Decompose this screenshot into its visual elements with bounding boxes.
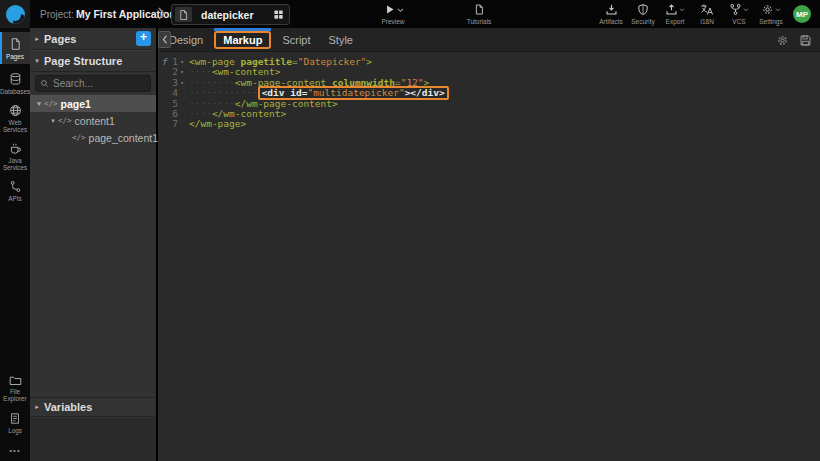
page-file-icon (175, 7, 192, 22)
fold-caret-icon[interactable]: ▾ (178, 67, 186, 77)
fold-caret-icon[interactable]: ▾ (178, 57, 186, 67)
databases-label: Databases (0, 88, 30, 95)
caret-down-icon: ▾ (30, 57, 44, 65)
editor-tab-bar: Design Markup Script Style (160, 28, 820, 52)
search-input[interactable] (53, 78, 146, 89)
preview-button[interactable]: Preview (372, 3, 414, 25)
caret-down-icon[interactable]: ▾ (48, 117, 58, 125)
sidebar-item-web-services[interactable]: Web Services (0, 100, 30, 136)
widget-code-icon: </> (58, 116, 72, 125)
i18n-button[interactable]: I18N (694, 3, 720, 25)
variables-section-header[interactable]: ▸ Variables (30, 397, 156, 417)
pages-section-header[interactable]: ▸ Pages + (30, 28, 156, 50)
tutorials-button[interactable]: Tutorials (458, 3, 500, 25)
file-explorer-label: File Explorer (0, 388, 30, 402)
page-structure-title: Page Structure (44, 55, 156, 67)
wavemaker-logo-icon (6, 5, 25, 24)
sidebar-item-file-explorer[interactable]: File Explorer (0, 370, 30, 406)
folder-icon (9, 374, 22, 386)
save-button[interactable] (799, 34, 812, 47)
markup-code-editor[interactable]: f1▾ <wm-page pagetitle="Datepicker"> 2▾ … (160, 52, 820, 130)
sidebar-item-java-services[interactable]: Java Services (0, 138, 30, 174)
user-avatar[interactable]: MP (793, 5, 811, 23)
gutter: 7 (160, 119, 186, 129)
structure-search-row (30, 72, 156, 95)
tree-label: page_content1 (89, 132, 158, 144)
apis-label: APIs (8, 195, 21, 202)
add-page-button[interactable]: + (136, 31, 151, 46)
preview-label: Preview (381, 18, 404, 25)
tree-label: page1 (61, 98, 91, 110)
tutorials-doc-icon (473, 3, 485, 16)
globe-icon (9, 104, 22, 117)
pages-section-title: Pages (44, 33, 136, 45)
topbar-actions: Artifacts Security (598, 3, 784, 25)
wavemaker-studio: Project: My First Application datepicker (0, 0, 820, 461)
caret-right-icon: ▸ (30, 403, 44, 411)
variables-section-title: Variables (44, 401, 156, 413)
fold-caret-icon[interactable]: ▾ (178, 78, 186, 88)
caret-down-icon[interactable]: ▾ (34, 100, 44, 108)
editor-settings-button[interactable] (776, 34, 789, 47)
top-bar: Project: My First Application datepicker (0, 0, 820, 28)
breadcrumb-chevron-icon (157, 6, 166, 21)
translate-icon (700, 3, 714, 16)
settings-button[interactable]: Settings (758, 3, 784, 25)
logs-icon (9, 412, 21, 425)
security-button[interactable]: Security (630, 3, 656, 25)
web-services-label: Web Services (0, 119, 30, 133)
sidebar-item-apis[interactable]: APIs (0, 176, 30, 206)
tree-row-page1[interactable]: ▾ </> page1 (30, 95, 156, 112)
search-icon (40, 79, 49, 88)
app-logo[interactable] (0, 0, 30, 28)
widget-code-icon: </> (72, 133, 86, 142)
chevron-down-icon (775, 8, 781, 12)
artifacts-label: Artifacts (599, 18, 622, 25)
tab-markup[interactable]: Markup (214, 31, 271, 49)
export-button[interactable]: Export (662, 3, 688, 25)
pages-panel: ▸ Pages + ▾ Page Structure ▾ </> page1 ▾… (30, 28, 158, 461)
tutorials-label: Tutorials (467, 18, 492, 25)
sidebar-more-button[interactable]: ••• (0, 446, 30, 455)
pages-icon (9, 37, 22, 51)
shield-icon (637, 3, 649, 16)
widget-code-icon: </> (44, 99, 58, 108)
tree-row-page-content1[interactable]: </> page_content1 (30, 129, 156, 146)
panel-filler (30, 418, 156, 461)
chevron-down-icon (679, 8, 685, 12)
gutter: 4 (160, 88, 186, 98)
play-icon (383, 3, 396, 16)
code-line-7[interactable]: 7 </wm-page> (160, 119, 820, 129)
main-sidebar: Pages Databases Web Services Java Servic… (0, 28, 30, 461)
tab-script[interactable]: Script (273, 31, 319, 49)
artifacts-download-icon (605, 3, 618, 16)
vcs-label: VCS (732, 18, 745, 25)
java-services-label: Java Services (0, 157, 30, 171)
chevron-down-icon (397, 8, 404, 13)
caret-right-icon: ▸ (30, 35, 44, 43)
search-box[interactable] (35, 75, 151, 92)
vcs-button[interactable]: VCS (726, 3, 752, 25)
sidebar-item-logs[interactable]: Logs (0, 408, 30, 438)
tree-row-content1[interactable]: ▾ </> content1 (30, 112, 156, 129)
export-upload-icon (665, 3, 678, 16)
page-structure-header[interactable]: ▾ Page Structure (30, 50, 156, 72)
database-icon (9, 72, 22, 86)
code-line-4[interactable]: 4 ············<div id="multidatepicker">… (160, 88, 820, 98)
panel-collapse-button[interactable] (158, 31, 171, 48)
code-line-6[interactable]: 6 ····</wm-content> (160, 109, 820, 119)
pages-label: Pages (6, 53, 24, 60)
open-page-tab[interactable]: datepicker (171, 4, 290, 25)
tree-label: content1 (75, 115, 115, 127)
settings-label: Settings (759, 18, 783, 25)
tab-style[interactable]: Style (320, 31, 362, 49)
editor-actions (776, 28, 812, 52)
breadcrumb: Project: My First Application (40, 0, 176, 28)
gear-icon (761, 3, 774, 16)
branch-icon (729, 3, 742, 16)
sidebar-item-pages[interactable]: Pages (0, 32, 30, 64)
sidebar-item-databases[interactable]: Databases (0, 68, 30, 98)
api-connector-icon (9, 180, 22, 193)
page-list-grid-icon[interactable] (273, 9, 284, 20)
artifacts-button[interactable]: Artifacts (598, 3, 624, 25)
